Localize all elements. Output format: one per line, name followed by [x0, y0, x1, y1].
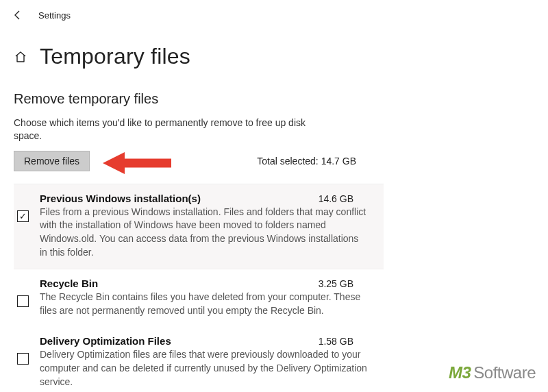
back-button[interactable] [8, 5, 27, 25]
item-body: Previous Windows installation(s) 14.6 GB… [40, 193, 381, 259]
checkbox-previous-windows[interactable] [17, 210, 29, 222]
list-item: Previous Windows installation(s) 14.6 GB… [14, 184, 384, 269]
watermark: M3Software [449, 363, 536, 382]
item-size: 14.6 GB [319, 193, 381, 204]
item-title: Delivery Optimization Files [40, 335, 171, 347]
watermark-brand-suffix: Software [473, 363, 536, 382]
items-list: Previous Windows installation(s) 14.6 GB… [14, 184, 384, 392]
item-description: Delivery Optimization files are files th… [40, 348, 369, 389]
list-item: Delivery Optimization Files 1.58 GB Deli… [14, 327, 384, 392]
item-body: Recycle Bin 3.25 GB The Recycle Bin cont… [40, 278, 381, 317]
checkbox-col [14, 278, 32, 317]
total-selected: Total selected: 14.7 GB [257, 156, 384, 167]
watermark-brand-prefix: M3 [449, 363, 471, 382]
checkbox-col [14, 335, 32, 389]
page-header: Temporary files [0, 30, 548, 73]
total-selected-label: Total selected: [257, 156, 321, 167]
page-title: Temporary files [40, 44, 190, 69]
item-size: 3.25 GB [319, 278, 381, 289]
section-description: Choose which items you'd like to permane… [14, 117, 308, 143]
titlebar: Settings [0, 0, 548, 30]
item-title: Previous Windows installation(s) [40, 193, 201, 204]
action-row: Remove files Total selected: 14.7 GB [14, 151, 384, 171]
item-description: The Recycle Bin contains files you have … [40, 291, 369, 317]
content: Remove temporary files Choose which item… [0, 91, 397, 392]
remove-files-button[interactable]: Remove files [14, 151, 90, 171]
item-title: Recycle Bin [40, 278, 98, 289]
total-selected-value: 14.7 GB [321, 156, 356, 167]
list-item: Recycle Bin 3.25 GB The Recycle Bin cont… [14, 269, 384, 327]
item-head: Delivery Optimization Files 1.58 GB [40, 335, 381, 347]
checkbox-delivery-optimization[interactable] [17, 353, 29, 365]
item-body: Delivery Optimization Files 1.58 GB Deli… [40, 335, 381, 389]
titlebar-label: Settings [38, 10, 71, 21]
section-title: Remove temporary files [14, 91, 384, 107]
home-icon[interactable] [14, 50, 27, 64]
item-description: Files from a previous Windows installati… [40, 206, 369, 259]
item-head: Previous Windows installation(s) 14.6 GB [40, 193, 381, 204]
checkbox-recycle-bin[interactable] [17, 295, 29, 307]
item-size: 1.58 GB [319, 336, 381, 347]
arrow-left-icon [12, 10, 23, 21]
checkbox-col [14, 193, 32, 259]
item-head: Recycle Bin 3.25 GB [40, 278, 381, 289]
callout-arrow-icon [103, 149, 171, 177]
